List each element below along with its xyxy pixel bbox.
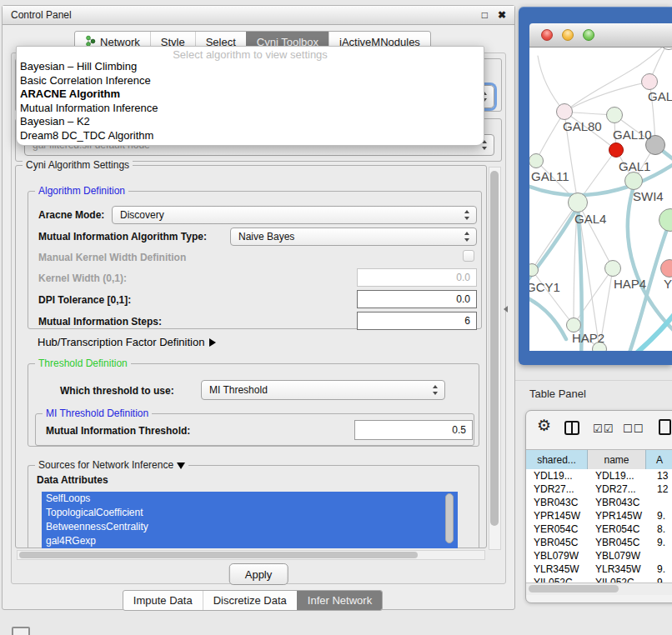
node-label: Y (664, 277, 672, 291)
node-label: HAP2 (572, 331, 604, 345)
horizontal-scrollbar-thumb[interactable] (19, 552, 418, 558)
algorithm-option[interactable]: Dream8 DC_TDC Algorithm (17, 129, 484, 143)
node-label: SWI4 (633, 189, 664, 203)
table-row[interactable]: YPR145WYPR145W9. (526, 509, 672, 522)
table-row[interactable]: YER054CYER054C8. (526, 522, 672, 536)
settings-vertical-scrollbar[interactable] (489, 167, 501, 550)
sources-group: Sources for Network Inference Data Attri… (28, 465, 479, 548)
table-panel-title: Table Panel (529, 388, 586, 400)
algorithm-option[interactable]: Bayesian – Hill Climbing (17, 60, 484, 74)
algorithm-option[interactable]: Basic Correlation Inference (17, 74, 484, 88)
mi-type-label: Mutual Information Algorithm Type: (38, 231, 207, 242)
docked-panel-icon[interactable] (12, 627, 30, 635)
close-icon[interactable]: ✖ (498, 10, 506, 20)
mi-threshold-field[interactable]: 0.5 (354, 420, 473, 440)
which-threshold-combobox[interactable]: MI Threshold (201, 380, 445, 400)
mi-steps-field[interactable]: 6 (357, 312, 477, 330)
dpi-tolerance-field[interactable]: 0.0 (357, 290, 477, 308)
table-cell: 9. (646, 537, 672, 548)
column-layout-icon[interactable] (564, 421, 579, 435)
attribute-item[interactable]: gal4RGexp (42, 534, 458, 548)
table-cell: YDL19... (588, 470, 646, 482)
network-node[interactable] (568, 192, 588, 212)
table-cell: YBL079W (526, 550, 588, 562)
settings-horizontal-scrollbar[interactable] (17, 550, 485, 560)
tab-label: Impute Data (133, 594, 193, 607)
attribute-item[interactable]: SelfLoops (42, 492, 458, 506)
table-cell: YLR345W (526, 563, 588, 575)
manual-kernel-checkbox[interactable] (463, 250, 474, 262)
splitter-collapse-icon[interactable] (504, 306, 508, 312)
mi-type-combobox[interactable]: Naive Bayes (230, 228, 477, 246)
tab-label: Infer Network (308, 594, 372, 607)
algorithm-option[interactable]: ARACNE Algorithm (17, 88, 484, 102)
collapse-arrow-icon (177, 462, 185, 469)
table-scrollbar-thumb[interactable] (529, 585, 619, 592)
column-header[interactable]: A (646, 450, 672, 470)
table-cell: 9. (646, 510, 672, 522)
close-traffic-light[interactable] (541, 29, 553, 41)
hub-definition-toggle[interactable]: Hub/Transcription Factor Definition (38, 336, 216, 348)
network-node[interactable] (556, 103, 573, 120)
network-node[interactable] (606, 107, 623, 123)
algorithm-option[interactable]: Bayesian – K2 (17, 115, 484, 129)
network-node[interactable] (641, 73, 658, 90)
column-header[interactable]: shared... (526, 450, 588, 470)
table-row[interactable]: YBR045CYBR045C9. (526, 536, 672, 549)
mi-threshold-group-title: MI Threshold Definition (43, 408, 152, 420)
network-canvas[interactable]: GALGAL80GAL10GAL1GAL11SWI4GAL4GCY1HAP4YH… (529, 48, 672, 351)
kernel-width-label: Kernel Width (0,1): (38, 272, 127, 284)
table-row[interactable]: YLR345WYLR345W9. (526, 562, 672, 576)
table-cell: YBL079W (588, 550, 646, 562)
attribute-item[interactable]: BetweennessCentrality (42, 520, 458, 534)
threshold-definition-group: Threshold Definition Which threshold to … (28, 363, 479, 447)
algorithm-definition-group: Algorithm Definition Aracne Mode: Discov… (28, 191, 482, 329)
tab-infer-network[interactable]: Infer Network (297, 591, 382, 610)
table-row[interactable]: YBR043CYBR043C (526, 496, 672, 509)
network-node[interactable] (609, 142, 624, 158)
algorithm-option[interactable]: Mutual Information Inference (17, 102, 484, 116)
network-node[interactable] (624, 172, 643, 190)
sources-title[interactable]: Sources for Network Inference (35, 459, 188, 472)
panel-divider (515, 380, 672, 381)
table-cell: 13 (646, 470, 672, 482)
select-all-checkboxes-icon[interactable]: ☑☑ (593, 422, 614, 435)
combo-arrows-icon (433, 385, 439, 395)
attribute-item[interactable]: TopologicalCoefficient (42, 506, 458, 520)
table-cell: YIL052C (588, 577, 646, 582)
node-label: GAL11 (531, 169, 569, 183)
data-attributes-list[interactable]: SelfLoopsTopologicalCoefficientBetweenne… (42, 492, 458, 548)
list-scrollbar-thumb[interactable] (445, 493, 454, 543)
table-row[interactable]: YBL079WYBL079W (526, 549, 672, 562)
float-window-icon[interactable]: □ (482, 10, 488, 20)
kernel-width-field[interactable]: 0.0 (357, 268, 477, 287)
dpi-tolerance-label: DPI Tolerance [0,1]: (38, 294, 131, 306)
table-row[interactable]: YIL052CYIL052C9. (526, 576, 672, 582)
aracne-mode-value: Discovery (120, 209, 164, 221)
zoom-traffic-light[interactable] (583, 29, 594, 41)
deselect-all-checkboxes-icon[interactable]: ☐☐ (623, 422, 644, 435)
aracne-mode-combobox[interactable]: Discovery (112, 206, 477, 224)
minimize-traffic-light[interactable] (562, 29, 574, 41)
apply-button[interactable]: Apply (229, 563, 288, 585)
export-table-icon[interactable] (659, 419, 671, 435)
table-cell: 9. (646, 563, 672, 575)
vertical-scrollbar-thumb[interactable] (490, 171, 499, 526)
threshold-definition-title: Threshold Definition (35, 358, 131, 370)
table-row[interactable]: YDR27...YDR27...12 (526, 482, 672, 496)
gear-icon[interactable]: ⚙ (537, 417, 551, 435)
network-window-titlebar (529, 23, 672, 48)
column-header[interactable]: name (588, 450, 646, 470)
tab-impute-data[interactable]: Impute Data (123, 591, 203, 610)
tab-discretize-data[interactable]: Discretize Data (203, 591, 297, 610)
table-panel-window: ⚙ ☑☑ ☐☐ shared...nameA YDL19...YDL19...1… (525, 410, 672, 603)
table-cell: YDR27... (588, 483, 646, 495)
node-label: GAL4 (574, 212, 606, 226)
mi-threshold-label: Mutual Information Threshold: (46, 425, 190, 437)
table-cell: YBR043C (588, 497, 646, 508)
table-row[interactable]: YDL19...YDL19...13 (526, 469, 672, 482)
table-horizontal-scrollbar[interactable] (526, 582, 672, 595)
network-node[interactable] (604, 260, 621, 277)
apply-button-label: Apply (245, 568, 273, 581)
table-cell: YIL052C (526, 577, 588, 582)
